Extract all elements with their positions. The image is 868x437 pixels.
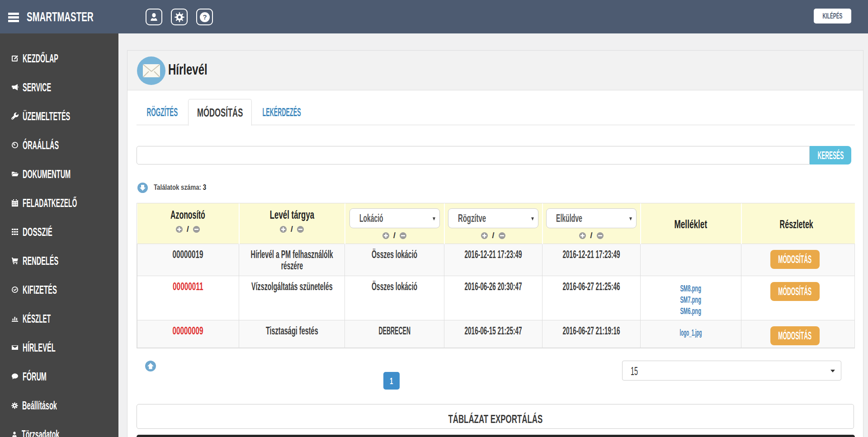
svg-text:?: ? xyxy=(203,13,207,21)
